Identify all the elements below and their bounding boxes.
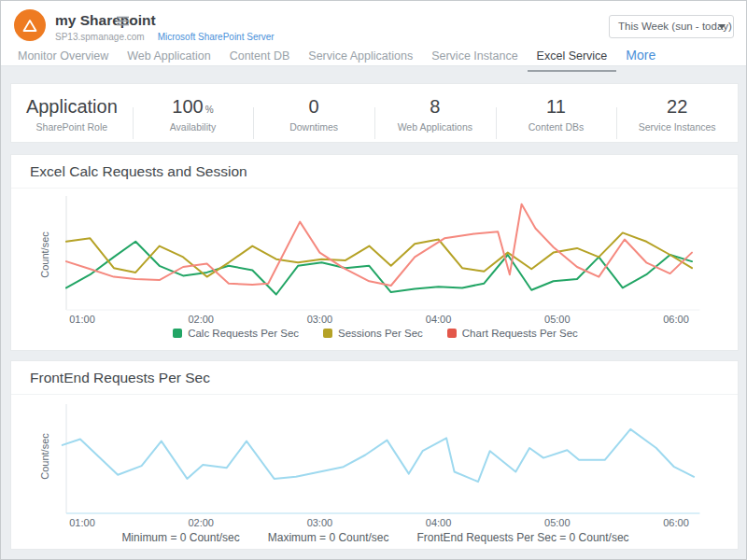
legend-swatch	[173, 329, 182, 338]
stat-value: 0	[253, 96, 374, 118]
chart-title-row: FrontEnd Requests Per Sec	[11, 361, 738, 395]
stat-label: Availability	[133, 121, 254, 133]
x-tick-label: 05:00	[544, 314, 571, 325]
stat-suffix: %	[205, 105, 214, 115]
x-tick-label: 01:00	[69, 517, 95, 528]
x-tick-label: 04:00	[426, 314, 452, 325]
stat-downtimes: 0 Downtimes	[253, 94, 374, 133]
tab-content-db[interactable]: Content DB	[220, 46, 300, 70]
tab-excel-service[interactable]: Excel Service	[528, 46, 617, 72]
chart-title: Excel Calc Requests and Session	[30, 163, 247, 179]
chart-title: FrontEnd Requests Per Sec	[30, 370, 210, 385]
monitor-status-badge	[14, 9, 46, 41]
monitor-host: SP13.spmanage.com	[55, 32, 145, 42]
stat-value: 11	[496, 96, 617, 118]
frontend-requests-chart: Count/sec01:0002:0003:0004:0005:0006:00	[11, 395, 740, 531]
chart-title-row: Excel Calc Requests and Session	[11, 155, 738, 189]
period-selector-dropdown[interactable]: This Week (sun - today)	[609, 15, 734, 38]
legend-label: Sessions Per Sec	[338, 328, 423, 339]
series-line-sessions-per-sec	[66, 232, 692, 276]
excel-calc-chart-card: Excel Calc Requests and Session Count/se…	[10, 154, 739, 351]
tab-more[interactable]: More	[616, 44, 665, 70]
stat-label: Content DBs	[496, 121, 617, 133]
stat-sharepoint-role: Application SharePoint Role	[11, 94, 133, 133]
stat-label: SharePoint Role	[11, 121, 133, 133]
series-line-chart-requests-per-sec	[66, 204, 692, 286]
stat-service-instances: 22 Service Instances	[616, 94, 738, 133]
tab-monitor-overview[interactable]: Monitor Overview	[8, 46, 118, 70]
legend-item[interactable]: Calc Requests Per Sec	[173, 328, 299, 339]
tab-service-applications[interactable]: Service Applications	[299, 46, 422, 70]
chart-footer-stats: Minimum = 0 Count/secMaximum = 0 Count/s…	[11, 531, 740, 544]
stat-value: 8	[374, 96, 496, 118]
legend-label: Calc Requests Per Sec	[188, 328, 299, 339]
dashboard-page: my Sharepoint SP13.spmanage.comMicrosoft…	[0, 0, 747, 560]
x-tick-label: 06:00	[663, 517, 689, 528]
stat-value: 22	[616, 96, 738, 118]
summary-stats-card: Application SharePoint Role 100% Availab…	[10, 83, 739, 143]
chart-footer-stat: Minimum = 0 Count/sec	[121, 531, 239, 544]
stat-web-applications: 8 Web Applications	[374, 94, 496, 133]
frontend-requests-chart-card: FrontEnd Requests Per Sec Count/sec01:00…	[10, 360, 739, 550]
stat-label: Web Applications	[374, 121, 496, 133]
hamburger-menu-icon[interactable]	[117, 16, 129, 26]
series-line-frontend-requests-per-sec	[63, 429, 694, 482]
stat-value: 100%	[133, 96, 254, 118]
x-tick-label: 05:00	[544, 517, 571, 528]
stat-value: Application	[11, 96, 133, 118]
monitor-tabs: Monitor Overview Web Application Content…	[8, 44, 665, 72]
y-axis-label: Count/sec	[39, 231, 50, 278]
monitor-subtitle: SP13.spmanage.comMicrosoft SharePoint Se…	[55, 32, 275, 42]
legend-swatch	[323, 329, 332, 338]
x-tick-label: 03:00	[307, 517, 333, 528]
x-tick-label: 02:00	[188, 517, 214, 528]
stat-label: Service Instances	[616, 121, 738, 133]
monitor-header: my Sharepoint SP13.spmanage.comMicrosoft…	[1, 1, 746, 66]
x-tick-label: 04:00	[426, 517, 452, 528]
x-tick-label: 01:00	[69, 314, 95, 325]
warning-triangle-icon	[22, 19, 37, 33]
excel-calc-chart: Count/sec01:0002:0003:0004:0005:0006:00	[11, 189, 740, 329]
series-line-calc-requests-per-sec	[66, 242, 692, 295]
x-tick-label: 03:00	[307, 314, 333, 325]
tab-service-instance[interactable]: Service Instance	[422, 46, 527, 70]
chart-footer-stat: FrontEnd Requests Per Sec = 0 Count/sec	[416, 531, 628, 544]
chart-legend: Calc Requests Per SecSessions Per SecCha…	[11, 328, 740, 339]
period-selector-value: This Week (sun - today)	[618, 21, 732, 32]
x-tick-label: 02:00	[188, 314, 214, 325]
x-tick-label: 06:00	[663, 314, 689, 325]
stat-content-dbs: 11 Content DBs	[496, 94, 617, 133]
product-type-link[interactable]: Microsoft SharePoint Server	[158, 32, 275, 42]
legend-item[interactable]: Chart Requests Per Sec	[447, 328, 578, 339]
legend-label: Chart Requests Per Sec	[462, 328, 578, 339]
monitor-title: my Sharepoint	[55, 12, 156, 29]
chart-footer-stat: Maximum = 0 Count/sec	[268, 531, 389, 544]
y-axis-label: Count/sec	[39, 433, 50, 480]
tab-web-application[interactable]: Web Application	[118, 46, 219, 70]
legend-item[interactable]: Sessions Per Sec	[323, 328, 423, 339]
caret-down-icon	[718, 24, 726, 29]
stat-availability: 100% Availability	[133, 94, 254, 133]
legend-swatch	[447, 329, 457, 338]
stat-label: Downtimes	[253, 121, 374, 133]
